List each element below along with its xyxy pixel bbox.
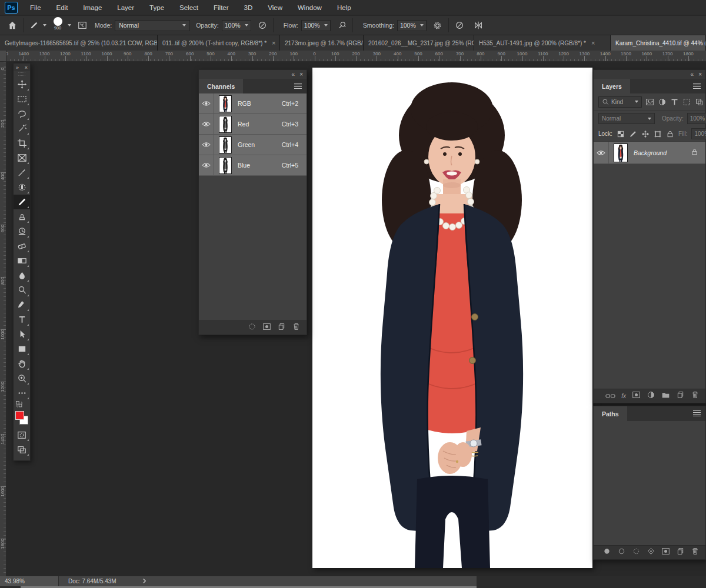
layer-name[interactable]: Background <box>634 149 667 156</box>
lock-all-icon[interactable] <box>666 129 674 138</box>
channel-row-green[interactable]: GreenCtrl+4 <box>199 135 307 155</box>
menu-item-help[interactable]: Help <box>329 0 359 15</box>
menu-item-select[interactable]: Select <box>172 0 206 15</box>
opacity-pressure-icon[interactable] <box>256 19 269 32</box>
layer-effects-icon[interactable]: fx <box>621 393 626 399</box>
load-channel-selection-icon[interactable] <box>248 322 257 333</box>
channel-visibility-icon[interactable] <box>199 155 214 175</box>
type-tool[interactable] <box>14 312 30 327</box>
tab-close-icon[interactable]: × <box>591 39 595 46</box>
filter-shape-layers-icon[interactable] <box>682 97 691 107</box>
document-tab-3[interactable]: 201602_026__MG_2317.jpg @ 25% (RGB/8*)× <box>364 35 474 51</box>
channel-thumbnail[interactable] <box>219 136 232 153</box>
menu-item-3d[interactable]: 3D <box>237 0 261 15</box>
paint-symmetry-icon[interactable] <box>472 19 485 32</box>
filter-smart-objects-icon[interactable] <box>695 97 704 107</box>
photoshop-logo-icon[interactable]: Ps <box>5 2 18 14</box>
new-adjustment-layer-icon[interactable] <box>647 390 655 402</box>
channel-thumbnail[interactable] <box>219 116 232 133</box>
document-tab-1[interactable]: 011..tif @ 200% (T-shirt copy, RGB/8*) *… <box>158 35 280 51</box>
pressure-size-icon[interactable] <box>453 19 466 32</box>
magic-wand-tool[interactable] <box>14 121 30 136</box>
rectangle-tool[interactable] <box>14 342 30 356</box>
smoothing-gear-icon[interactable] <box>431 19 444 32</box>
new-group-icon[interactable] <box>661 390 670 402</box>
menu-item-window[interactable]: Window <box>290 0 329 15</box>
channels-collapse-icon[interactable]: « <box>292 71 295 78</box>
swap-colors-icon[interactable] <box>14 400 30 409</box>
channel-visibility-icon[interactable] <box>199 135 214 155</box>
smoothing-input[interactable]: 100% <box>397 20 427 31</box>
channel-thumbnail[interactable] <box>219 157 232 174</box>
new-layer-icon[interactable] <box>676 390 685 402</box>
layer-filter-select[interactable]: Kind <box>598 96 642 108</box>
tab-layers[interactable]: Layers <box>594 79 630 93</box>
history-brush-tool[interactable] <box>14 224 30 239</box>
path-selection-tool[interactable] <box>14 327 30 342</box>
dodge-tool[interactable] <box>14 283 30 298</box>
move-tool[interactable] <box>14 77 30 92</box>
menu-item-image[interactable]: Image <box>75 0 109 15</box>
gradient-tool[interactable] <box>14 253 30 268</box>
channel-visibility-icon[interactable] <box>199 114 214 134</box>
layer-opacity-input[interactable]: 100% <box>687 113 706 124</box>
document-tab-0[interactable]: GettyImages-1166565695.tif @ 25% (10.03.… <box>0 35 158 51</box>
spot-healing-brush-tool[interactable] <box>14 180 30 195</box>
screen-mode-icon[interactable] <box>14 442 30 457</box>
flow-input[interactable]: 100% <box>301 20 331 31</box>
tab-close-icon[interactable]: × <box>272 39 275 46</box>
channel-row-rgb[interactable]: RGBCtrl+2 <box>199 93 307 114</box>
rectangular-marquee-tool[interactable] <box>14 92 30 106</box>
hand-tool[interactable] <box>14 356 30 371</box>
layer-locked-icon[interactable] <box>691 148 698 158</box>
lock-position-icon[interactable] <box>641 129 650 138</box>
layer-visibility-icon[interactable] <box>594 142 609 163</box>
lock-transparent-pixels-icon[interactable] <box>617 129 625 138</box>
toolbar-close-icon[interactable]: × <box>25 65 28 71</box>
edit-toolbar-tool[interactable] <box>14 386 30 400</box>
crop-tool[interactable] <box>14 136 30 151</box>
add-mask-icon[interactable] <box>661 547 670 558</box>
brush-tool[interactable] <box>14 195 30 209</box>
layers-close-icon[interactable]: × <box>698 71 702 78</box>
foreground-color-swatch[interactable] <box>15 411 24 420</box>
menu-item-edit[interactable]: Edit <box>49 0 76 15</box>
brush-preset-icon[interactable] <box>28 19 41 32</box>
lock-artboard-icon[interactable] <box>654 129 662 138</box>
brush-size-caret-icon[interactable] <box>68 24 71 26</box>
make-work-path-icon[interactable] <box>647 547 655 558</box>
tab-channels[interactable]: Channels <box>199 79 243 93</box>
delete-layer-icon[interactable] <box>691 390 700 402</box>
menu-item-file[interactable]: File <box>22 0 49 15</box>
menu-item-filter[interactable]: Filter <box>206 0 237 15</box>
layer-fill-input[interactable]: 100% <box>691 128 706 139</box>
channel-row-red[interactable]: RedCtrl+3 <box>199 114 307 135</box>
new-path-icon[interactable] <box>676 547 685 558</box>
layer-row-background[interactable]: Background <box>594 142 705 164</box>
layer-thumbnail[interactable] <box>614 143 628 162</box>
blur-tool[interactable] <box>14 268 30 283</box>
lock-image-pixels-icon[interactable] <box>629 129 637 138</box>
stroke-path-icon[interactable] <box>617 547 626 558</box>
pen-tool[interactable] <box>14 298 30 312</box>
toolbar-collapse-icon[interactable]: » <box>16 65 19 71</box>
home-icon[interactable] <box>6 19 19 32</box>
delete-channel-icon[interactable] <box>292 322 301 333</box>
add-layer-mask-icon[interactable] <box>632 390 641 402</box>
eraser-tool[interactable] <box>14 239 30 253</box>
layers-menu-icon[interactable] <box>693 82 701 90</box>
channels-menu-icon[interactable] <box>294 82 302 90</box>
new-channel-icon[interactable] <box>277 322 286 333</box>
menu-item-view[interactable]: View <box>260 0 290 15</box>
opacity-input[interactable]: 100% <box>222 20 251 31</box>
toggle-brush-panel-icon[interactable] <box>76 19 89 32</box>
toolbar-grip[interactable] <box>18 72 25 76</box>
blend-mode-select[interactable]: Normal <box>115 20 190 31</box>
filter-type-layers-icon[interactable] <box>670 97 679 107</box>
delete-path-icon[interactable] <box>691 547 700 558</box>
clone-stamp-tool[interactable] <box>14 209 30 224</box>
layer-blend-mode-select[interactable]: Normal <box>598 113 655 124</box>
channel-visibility-icon[interactable] <box>199 93 214 113</box>
document-tab-5[interactable]: Karam_Christina_4410.tif @ 44% (RGB <box>611 35 706 51</box>
paths-menu-icon[interactable] <box>693 409 701 417</box>
